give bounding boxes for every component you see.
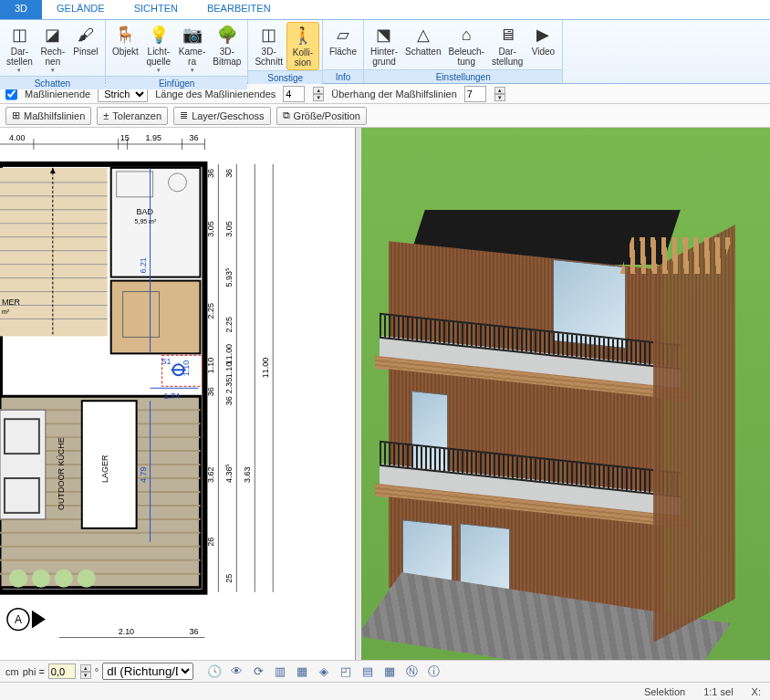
status-x: X:	[752, 686, 761, 697]
layer-button[interactable]: ≣ Layer/Geschoss	[173, 107, 270, 125]
einst-darst-button[interactable]: 🖥Dar-stellung	[488, 22, 526, 68]
box1-icon[interactable]: ▥	[272, 663, 288, 680]
video-button[interactable]: ▶Video	[526, 22, 559, 58]
tab-gelaende[interactable]: GELÄNDE	[42, 0, 120, 19]
tab-sichten[interactable]: SICHTEN	[120, 0, 192, 19]
svg-text:3.63: 3.63	[243, 467, 252, 483]
svg-text:11.00: 11.00	[261, 358, 270, 378]
svg-text:4.79: 4.79	[139, 467, 148, 483]
phi-up[interactable]: ▲	[80, 664, 91, 672]
pinsel-label: Pinsel	[73, 47, 98, 57]
3d-view-pane[interactable]	[361, 128, 770, 660]
chair-icon: 🪑	[114, 24, 136, 46]
sizepos-icon: ⧉	[283, 110, 290, 121]
svg-text:25: 25	[224, 574, 234, 583]
ribbon: ◫Dar-stellen▾◪Rech-nen▾🖌PinselSchatten🪑O…	[0, 20, 770, 84]
svg-point-59	[9, 569, 27, 588]
objekt-button[interactable]: 🪑Objekt	[109, 22, 142, 58]
phi-down[interactable]: ▼	[80, 672, 91, 679]
darstellen-button[interactable]: ◫Dar-stellen▾	[3, 22, 36, 76]
svg-point-60	[32, 569, 50, 588]
svg-rect-11	[0, 168, 108, 337]
phi-label: phi =	[23, 666, 45, 677]
svg-text:1.74: 1.74	[164, 392, 180, 401]
direction-mode-select[interactable]: dl (Richtung/Di	[102, 663, 193, 680]
overhang-input[interactable]	[464, 86, 486, 102]
guide-lines-icon: ⊞	[12, 110, 20, 121]
diamond-icon[interactable]: ◈	[316, 663, 332, 680]
svg-point-62	[78, 569, 96, 588]
flaeche-button[interactable]: ▱Fläche	[326, 22, 360, 58]
ribbon-group-label: Einfügen	[106, 76, 247, 89]
3d-building	[389, 210, 717, 611]
overhang-down[interactable]: ▼	[494, 94, 505, 101]
dropdown-icon: ▾	[51, 67, 55, 74]
refresh-icon[interactable]: ⟳	[250, 663, 266, 680]
svg-text:2.25: 2.25	[224, 317, 234, 332]
svg-text:36: 36	[189, 133, 198, 142]
camera-icon: 📷	[182, 24, 203, 46]
clock-icon[interactable]: 🕓	[206, 663, 223, 680]
bulb-icon: 💡	[148, 24, 170, 46]
kollision-button[interactable]: 🚶Kolli-sion	[286, 22, 319, 70]
bottom-icon-row: 🕓 👁 ⟳ ▥ ▦ ◈ ◰ ▤ ▦ Ⓝ ⓘ	[206, 663, 442, 680]
svg-text:OUTDOOR KÜCHE: OUTDOOR KÜCHE	[57, 437, 66, 510]
pinsel-button[interactable]: 🖌Pinsel	[69, 22, 102, 58]
svg-text:A: A	[15, 613, 22, 626]
length-input[interactable]	[283, 86, 305, 102]
tolerances-icon: ±	[103, 110, 109, 121]
svg-text:36: 36	[189, 627, 198, 636]
beleuchtung-button[interactable]: ⌂Beleuch-tung	[444, 22, 487, 68]
overhang-up[interactable]: ▲	[494, 87, 505, 94]
lichtquelle-button[interactable]: 💡Licht-quelle▾	[142, 22, 175, 76]
info-icon[interactable]: ⓘ	[425, 663, 442, 680]
beleuchtung-label: Beleuch-tung	[448, 47, 484, 67]
kamera-button[interactable]: 📷Kame-ra▾	[175, 22, 209, 76]
svg-text:5.93⁵: 5.93⁵	[224, 267, 234, 287]
tolerances-button[interactable]: ± Toleranzen	[97, 107, 168, 125]
svg-text:3.05: 3.05	[224, 221, 234, 236]
sheet-icon[interactable]: ◰	[338, 663, 354, 680]
svg-text:11.00: 11.00	[224, 344, 234, 364]
schatten-button[interactable]: △Schatten	[401, 22, 444, 58]
phi-input[interactable]	[48, 663, 76, 679]
rechnen-button[interactable]: ◪Rech-nen▾	[36, 22, 69, 76]
hintergrund-button[interactable]: ⬔Hinter-grund	[367, 22, 401, 68]
monitor-icon: 🖥	[496, 24, 518, 46]
ribbon-group-info: ▱FlächeInfo	[323, 20, 364, 83]
floorplan-pane[interactable]: 4.00 15 1.95 36 MER m² B	[0, 128, 356, 660]
shadow-icon: △	[412, 24, 434, 46]
section-icon: ◫	[258, 24, 280, 46]
tab-3d[interactable]: 3D	[0, 0, 42, 19]
size-pos-label: Größe/Position	[294, 110, 360, 121]
tab-bearbeiten[interactable]: BEARBEITEN	[192, 0, 286, 19]
tolerances-label: Toleranzen	[112, 110, 161, 121]
grid-icon[interactable]: ▦	[381, 663, 398, 680]
3d-bitmap-button[interactable]: 🌳3D-Bitmap	[209, 22, 245, 68]
svg-text:36: 36	[206, 387, 215, 396]
guide-lines-label: Maßhilfslinien	[24, 110, 85, 121]
eye-icon[interactable]: 👁	[228, 663, 245, 680]
play-icon: ▶	[532, 24, 554, 46]
unit-label: cm	[5, 666, 19, 677]
length-up[interactable]: ▲	[313, 87, 324, 94]
tab-bar: 3D GELÄNDE SICHTEN BEARBEITEN	[0, 0, 770, 20]
status-scale: 1:1 sel	[703, 686, 733, 697]
guide-lines-button[interactable]: ⊞ Maßhilfslinien	[5, 107, 91, 125]
degree-label: °	[95, 666, 99, 677]
3d-bitmap-label: 3D-Bitmap	[213, 47, 241, 67]
svg-text:1.10: 1.10	[206, 358, 215, 373]
dropdown-icon: ▾	[17, 67, 21, 74]
sheet2-icon[interactable]: ▤	[359, 663, 376, 680]
3d-schnitt-button[interactable]: ◫3D-Schnitt	[251, 22, 286, 68]
layers-icon: ≣	[180, 110, 188, 121]
floorplan-canvas[interactable]: 4.00 15 1.95 36 MER m² B	[0, 128, 355, 659]
ribbon-group-schatten: ◫Dar-stellen▾◪Rech-nen▾🖌PinselSchatten	[0, 20, 106, 83]
cube-shadow-icon: ◫	[8, 24, 30, 46]
objekt-label: Objekt	[112, 47, 139, 57]
length-down[interactable]: ▼	[313, 94, 324, 101]
box2-icon[interactable]: ▦	[294, 663, 310, 680]
size-position-button[interactable]: ⧉ Größe/Position	[276, 107, 367, 125]
north-icon[interactable]: Ⓝ	[403, 663, 420, 680]
dropdown-icon: ▾	[191, 67, 194, 74]
